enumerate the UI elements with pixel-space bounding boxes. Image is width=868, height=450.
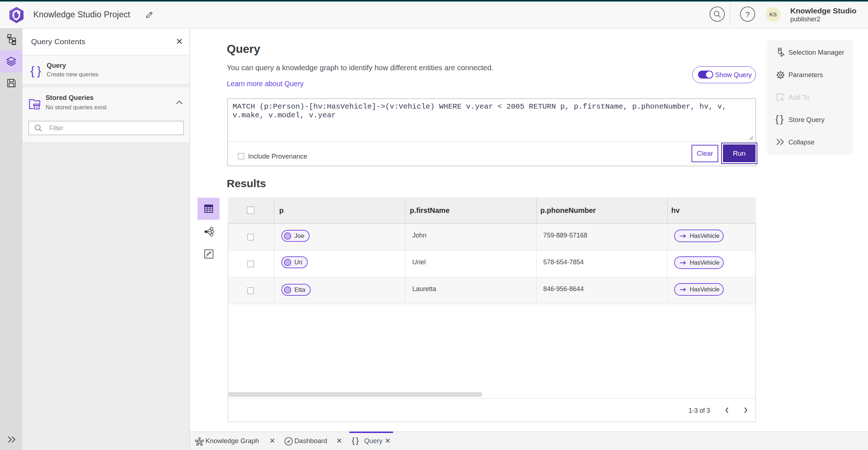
svg-text:?: ?	[745, 10, 750, 18]
